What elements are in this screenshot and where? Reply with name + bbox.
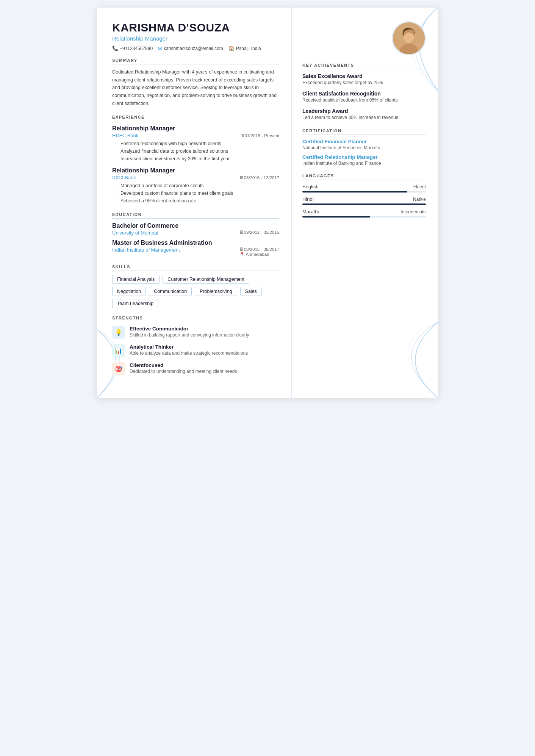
achievements-list: Sales Excellence Award Exceeded quarterl… xyxy=(302,73,426,121)
strength-content: Analytical Thinker Able to analyze data … xyxy=(130,344,248,357)
edu-row: University of Mumbai 🗓09/2012 - 05/2015 xyxy=(112,230,279,236)
achievement-desc: Exceeded quarterly sales target by 25% xyxy=(302,79,426,86)
strength-desc: Dedicated to understanding and meeting c… xyxy=(130,368,237,375)
skills-title: SKILLS xyxy=(112,265,279,271)
strength-desc: Able to analyze data and make strategic … xyxy=(130,350,248,357)
strength-title: Clientfocused xyxy=(130,362,237,368)
lang-bar-fill xyxy=(302,216,370,218)
strength-title: Analytical Thinker xyxy=(130,344,248,350)
skills-list: Financial AnalysisCustomer Relationship … xyxy=(112,275,279,308)
lang-name: Hindi xyxy=(302,196,314,202)
experience-item: Relationship Manager HDFC Bank 🗓01/2018 … xyxy=(112,125,279,163)
lang-level: Intermediate xyxy=(400,209,426,214)
lang-name: Marathi xyxy=(302,209,319,214)
strength-content: Effective Communicator Skilled in buildi… xyxy=(130,326,249,338)
achievements-section: KEY ACHIEVEMENTS Sales Excellence Award … xyxy=(302,63,426,121)
skill-tag: Financial Analysis xyxy=(112,275,160,284)
education-list: Bachelor of Commerce University of Mumba… xyxy=(112,222,279,257)
strength-item: 💡 Effective Communicator Skilled in buil… xyxy=(112,326,279,339)
candidate-name: KARISHMA D'SOUZA xyxy=(112,21,279,34)
edu-meta: 🗓08/2015 - 06/2017 📍Ahmedabad xyxy=(239,247,279,257)
edu-degree: Bachelor of Commerce xyxy=(112,222,279,229)
exp-bullet: Analyzed financial data to provide tailo… xyxy=(115,147,279,155)
contact-info: 📞 +911234567890 ✉ karishmad'souza@email.… xyxy=(112,45,279,51)
exp-job-title: Relationship Manager xyxy=(112,125,279,132)
skill-tag: Sales xyxy=(240,287,262,296)
experience-item: Relationship Manager ICICI Bank 🗓08/2016… xyxy=(112,167,279,205)
certification-item: Certified Relationship Manager Indian In… xyxy=(302,154,426,166)
summary-title: SUMMARY xyxy=(112,58,279,64)
phone-icon: 📞 xyxy=(112,45,118,51)
photo-area xyxy=(302,21,426,55)
skill-tag: Customer Relationship Management xyxy=(163,275,249,284)
experience-list: Relationship Manager HDFC Bank 🗓01/2018 … xyxy=(112,125,279,205)
achievement-item: Sales Excellence Award Exceeded quarterl… xyxy=(302,73,426,86)
location-icon: 🏠 xyxy=(228,45,235,51)
strengths-list: 💡 Effective Communicator Skilled in buil… xyxy=(112,326,279,375)
location-text: Panaji, India xyxy=(236,46,261,51)
experience-section: EXPERIENCE Relationship Manager HDFC Ban… xyxy=(112,115,279,205)
education-section: EDUCATION Bachelor of Commerce Universit… xyxy=(112,212,279,257)
achievements-title: KEY ACHIEVEMENTS xyxy=(302,63,426,69)
education-item: Master of Business Administration Indian… xyxy=(112,239,279,257)
certifications-section: CERTIFICATION Certified Financial Planne… xyxy=(302,128,426,166)
exp-company: HDFC Bank xyxy=(112,133,138,138)
exp-job-title: Relationship Manager xyxy=(112,167,279,174)
exp-bullet: Achieved a 95% client retention rate xyxy=(115,197,279,205)
exp-bullet: Increased client investments by 20% in t… xyxy=(115,155,279,163)
exp-bullet: Developed custom financial plans to meet… xyxy=(115,189,279,197)
resume-wrapper: KARISHMA D'SOUZA Relationship Manager 📞 … xyxy=(97,8,438,398)
lang-level: Fluent xyxy=(413,184,426,189)
lang-level: Native xyxy=(413,197,426,202)
edu-degree: Master of Business Administration xyxy=(112,239,279,246)
phone-number: +911234567890 xyxy=(120,46,153,51)
email-contact: ✉ karishmad'souza@email.com xyxy=(158,45,223,51)
skill-tag: Team Leadership xyxy=(112,299,158,308)
strength-item: 📊 Analytical Thinker Able to analyze dat… xyxy=(112,344,279,357)
certifications-title: CERTIFICATION xyxy=(302,128,426,135)
achievement-item: Leadership Award Led a team to achieve 3… xyxy=(302,108,426,121)
exp-bullets: Fostered relationships with high networt… xyxy=(115,140,279,163)
lang-bar-bg xyxy=(302,216,426,218)
lang-row: English Fluent xyxy=(302,184,426,189)
email-address: karishmad'souza@email.com xyxy=(164,46,223,51)
summary-section: SUMMARY Dedicated Relationship Manager w… xyxy=(112,58,279,107)
left-column: KARISHMA D'SOUZA Relationship Manager 📞 … xyxy=(97,8,291,398)
location-pin-icon: 📍 xyxy=(239,252,245,257)
candidate-title: Relationship Manager xyxy=(112,35,279,42)
exp-company: ICICI Bank xyxy=(112,175,136,180)
certifications-list: Certified Financial Planner National Ins… xyxy=(302,139,426,166)
skill-tag: Communication xyxy=(149,287,192,296)
achievement-name: Leadership Award xyxy=(302,108,426,114)
exp-date: 🗓01/2018 - Present xyxy=(240,133,279,138)
lang-bar-bg xyxy=(302,191,426,193)
exp-bullets: Managed a portfolio of corporate clients… xyxy=(115,182,279,205)
location-contact: 🏠 Panaji, India xyxy=(228,45,261,51)
exp-row: HDFC Bank 🗓01/2018 - Present xyxy=(112,133,279,138)
lang-bar-bg xyxy=(302,203,426,205)
education-title: EDUCATION xyxy=(112,212,279,219)
edu-school: University of Mumbai xyxy=(112,230,158,236)
header: KARISHMA D'SOUZA Relationship Manager 📞 … xyxy=(112,21,279,51)
lang-row: Marathi Intermediate xyxy=(302,209,426,214)
strength-item: 🎯 Clientfocused Dedicated to understandi… xyxy=(112,362,279,375)
email-icon: ✉ xyxy=(158,45,162,51)
skill-tag: Problemsolving xyxy=(195,287,237,296)
edu-date: 🗓08/2015 - 06/2017 xyxy=(239,247,279,252)
lang-name: English xyxy=(302,184,319,189)
language-item: Hindi Native xyxy=(302,196,426,205)
edu-row: Indian Institute of Management 🗓08/2015 … xyxy=(112,247,279,257)
achievement-name: Client Satisfaction Recognition xyxy=(302,91,426,97)
edu-meta: 🗓09/2012 - 05/2015 xyxy=(239,230,279,235)
edu-school: Indian Institute of Management xyxy=(112,247,180,253)
resume-content: KARISHMA D'SOUZA Relationship Manager 📞 … xyxy=(97,8,438,398)
strength-content: Clientfocused Dedicated to understanding… xyxy=(130,362,237,375)
strengths-section: STRENGTHS 💡 Effective Communicator Skill… xyxy=(112,316,279,375)
exp-bullet: Fostered relationships with high networt… xyxy=(115,140,279,147)
achievement-desc: Led a team to achieve 30% increase in re… xyxy=(302,114,426,121)
exp-bullet: Managed a portfolio of corporate clients xyxy=(115,182,279,189)
lang-bar-fill xyxy=(302,203,426,205)
cert-org: Indian Institute of Banking and Finance xyxy=(302,161,426,166)
skills-section: SKILLS Financial AnalysisCustomer Relati… xyxy=(112,265,279,308)
summary-text: Dedicated Relationship Manager with 4 ye… xyxy=(112,68,279,107)
